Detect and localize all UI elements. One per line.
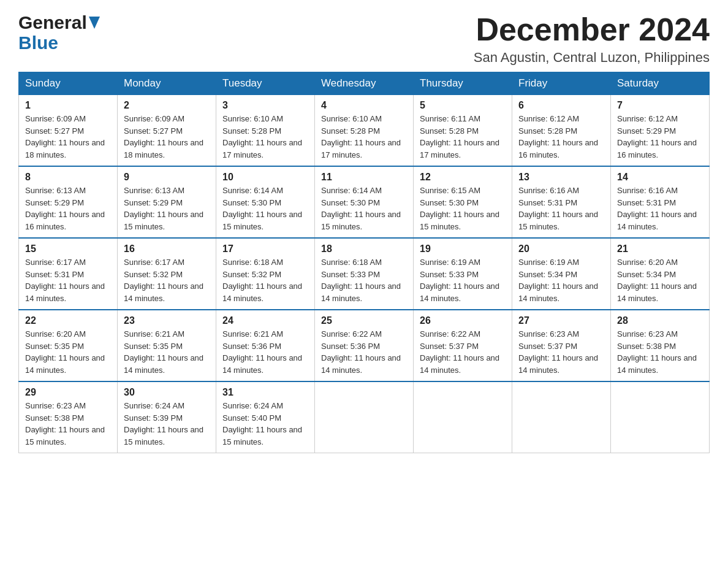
calendar-cell: 3 Sunrise: 6:10 AMSunset: 5:28 PMDayligh… [216,95,315,167]
day-number: 16 [124,243,210,255]
day-info: Sunrise: 6:23 AMSunset: 5:38 PMDaylight:… [25,401,105,446]
day-info: Sunrise: 6:23 AMSunset: 5:37 PMDaylight:… [518,329,598,375]
day-info: Sunrise: 6:14 AMSunset: 5:30 PMDaylight:… [222,186,302,231]
page-header: General Blue December 2024 San Agustin, … [18,12,710,66]
day-info: Sunrise: 6:20 AMSunset: 5:35 PMDaylight:… [25,329,105,375]
day-info: Sunrise: 6:13 AMSunset: 5:29 PMDaylight:… [124,186,203,231]
month-title: December 2024 [474,12,710,47]
calendar-cell: 18 Sunrise: 6:18 AMSunset: 5:33 PMDaylig… [315,238,414,310]
day-number: 1 [25,100,111,111]
calendar-cell [611,381,710,453]
calendar-cell: 15 Sunrise: 6:17 AMSunset: 5:31 PMDaylig… [19,238,118,310]
calendar-cell: 29 Sunrise: 6:23 AMSunset: 5:38 PMDaylig… [19,381,118,453]
calendar-cell: 24 Sunrise: 6:21 AMSunset: 5:36 PMDaylig… [216,310,315,381]
day-number: 2 [124,100,210,111]
day-info: Sunrise: 6:21 AMSunset: 5:36 PMDaylight:… [222,329,302,375]
calendar-weekday-sunday: Sunday [19,72,118,95]
calendar-cell: 25 Sunrise: 6:22 AMSunset: 5:36 PMDaylig… [315,310,414,381]
calendar-cell: 26 Sunrise: 6:22 AMSunset: 5:37 PMDaylig… [414,310,512,381]
calendar-cell: 7 Sunrise: 6:12 AMSunset: 5:29 PMDayligh… [611,95,710,167]
day-number: 19 [420,243,506,255]
logo-general-text: General [18,12,87,33]
calendar-week-row: 1 Sunrise: 6:09 AMSunset: 5:27 PMDayligh… [19,95,710,167]
day-number: 7 [617,100,703,111]
calendar-cell: 20 Sunrise: 6:19 AMSunset: 5:34 PMDaylig… [512,238,611,310]
day-info: Sunrise: 6:22 AMSunset: 5:37 PMDaylight:… [420,329,499,375]
calendar-header-row: SundayMondayTuesdayWednesdayThursdayFrid… [19,72,710,95]
day-info: Sunrise: 6:19 AMSunset: 5:34 PMDaylight:… [518,258,598,303]
day-number: 26 [420,315,506,326]
day-info: Sunrise: 6:18 AMSunset: 5:33 PMDaylight:… [321,258,401,303]
calendar-weekday-monday: Monday [118,72,216,95]
day-number: 3 [222,100,308,111]
day-number: 13 [518,172,604,183]
calendar-cell: 27 Sunrise: 6:23 AMSunset: 5:37 PMDaylig… [512,310,611,381]
day-info: Sunrise: 6:24 AMSunset: 5:39 PMDaylight:… [124,401,203,446]
day-number: 20 [518,243,604,255]
calendar-cell: 6 Sunrise: 6:12 AMSunset: 5:28 PMDayligh… [512,95,611,167]
calendar-weekday-saturday: Saturday [611,72,710,95]
day-info: Sunrise: 6:23 AMSunset: 5:38 PMDaylight:… [617,329,697,375]
day-number: 5 [420,100,506,111]
day-info: Sunrise: 6:10 AMSunset: 5:28 PMDaylight:… [222,114,302,159]
calendar-cell: 10 Sunrise: 6:14 AMSunset: 5:30 PMDaylig… [216,166,315,238]
calendar-week-row: 15 Sunrise: 6:17 AMSunset: 5:31 PMDaylig… [19,238,710,310]
calendar-cell: 12 Sunrise: 6:15 AMSunset: 5:30 PMDaylig… [414,166,512,238]
title-block: December 2024 San Agustin, Central Luzon… [474,12,710,66]
calendar-week-row: 8 Sunrise: 6:13 AMSunset: 5:29 PMDayligh… [19,166,710,238]
calendar-cell: 31 Sunrise: 6:24 AMSunset: 5:40 PMDaylig… [216,381,315,453]
day-info: Sunrise: 6:21 AMSunset: 5:35 PMDaylight:… [124,329,203,375]
calendar-cell: 30 Sunrise: 6:24 AMSunset: 5:39 PMDaylig… [118,381,216,453]
logo-blue-text: Blue [18,33,58,53]
calendar-cell: 1 Sunrise: 6:09 AMSunset: 5:27 PMDayligh… [19,95,118,167]
calendar-weekday-thursday: Thursday [414,72,512,95]
day-number: 12 [420,172,506,183]
calendar-cell: 8 Sunrise: 6:13 AMSunset: 5:29 PMDayligh… [19,166,118,238]
calendar-cell: 28 Sunrise: 6:23 AMSunset: 5:38 PMDaylig… [611,310,710,381]
calendar-weekday-friday: Friday [512,72,611,95]
day-number: 27 [518,315,604,326]
calendar-cell: 11 Sunrise: 6:14 AMSunset: 5:30 PMDaylig… [315,166,414,238]
calendar-cell: 5 Sunrise: 6:11 AMSunset: 5:28 PMDayligh… [414,95,512,167]
day-info: Sunrise: 6:11 AMSunset: 5:28 PMDaylight:… [420,114,499,159]
day-info: Sunrise: 6:15 AMSunset: 5:30 PMDaylight:… [420,186,499,231]
day-number: 9 [124,172,210,183]
logo-triangle-icon [89,17,100,31]
calendar-cell [315,381,414,453]
day-info: Sunrise: 6:17 AMSunset: 5:32 PMDaylight:… [124,258,203,303]
day-info: Sunrise: 6:17 AMSunset: 5:31 PMDaylight:… [25,258,105,303]
calendar-cell: 23 Sunrise: 6:21 AMSunset: 5:35 PMDaylig… [118,310,216,381]
calendar-cell: 2 Sunrise: 6:09 AMSunset: 5:27 PMDayligh… [118,95,216,167]
day-info: Sunrise: 6:14 AMSunset: 5:30 PMDaylight:… [321,186,401,231]
calendar-cell: 22 Sunrise: 6:20 AMSunset: 5:35 PMDaylig… [19,310,118,381]
day-info: Sunrise: 6:22 AMSunset: 5:36 PMDaylight:… [321,329,401,375]
calendar-cell: 19 Sunrise: 6:19 AMSunset: 5:33 PMDaylig… [414,238,512,310]
location-subtitle: San Agustin, Central Luzon, Philippines [474,50,710,66]
day-info: Sunrise: 6:20 AMSunset: 5:34 PMDaylight:… [617,258,697,303]
day-info: Sunrise: 6:12 AMSunset: 5:29 PMDaylight:… [617,114,697,159]
day-number: 15 [25,243,111,255]
day-info: Sunrise: 6:09 AMSunset: 5:27 PMDaylight:… [124,114,203,159]
day-number: 4 [321,100,407,111]
day-number: 25 [321,315,407,326]
day-number: 22 [25,315,111,326]
calendar-cell: 13 Sunrise: 6:16 AMSunset: 5:31 PMDaylig… [512,166,611,238]
day-number: 17 [222,243,308,255]
day-number: 6 [518,100,604,111]
calendar-cell: 17 Sunrise: 6:18 AMSunset: 5:32 PMDaylig… [216,238,315,310]
day-number: 29 [25,387,111,398]
day-number: 11 [321,172,407,183]
day-number: 24 [222,315,308,326]
day-number: 23 [124,315,210,326]
day-info: Sunrise: 6:18 AMSunset: 5:32 PMDaylight:… [222,258,302,303]
day-number: 14 [617,172,703,183]
day-number: 28 [617,315,703,326]
day-number: 31 [222,387,308,398]
day-info: Sunrise: 6:12 AMSunset: 5:28 PMDaylight:… [518,114,598,159]
day-info: Sunrise: 6:13 AMSunset: 5:29 PMDaylight:… [25,186,105,231]
day-info: Sunrise: 6:10 AMSunset: 5:28 PMDaylight:… [321,114,401,159]
day-number: 10 [222,172,308,183]
day-info: Sunrise: 6:24 AMSunset: 5:40 PMDaylight:… [222,401,302,446]
day-number: 21 [617,243,703,255]
svg-marker-0 [89,17,100,29]
